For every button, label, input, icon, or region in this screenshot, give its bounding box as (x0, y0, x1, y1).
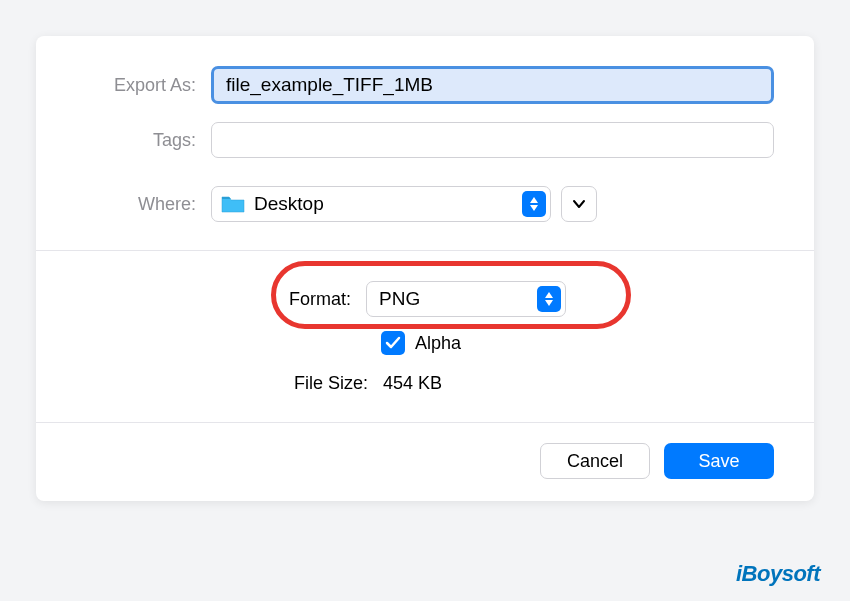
filesize-label: File Size: (76, 373, 383, 394)
export-as-input[interactable] (211, 66, 774, 104)
filesize-row: File Size: 454 KB (76, 373, 774, 394)
alpha-checkbox[interactable] (381, 331, 405, 355)
watermark-logo: iBoysoft (736, 561, 820, 587)
tags-label: Tags: (76, 130, 211, 151)
tags-input[interactable] (211, 122, 774, 158)
format-section: Format: PNG Alpha File Size (36, 251, 814, 422)
expand-button[interactable] (561, 186, 597, 222)
format-dropdown[interactable]: PNG (366, 281, 566, 317)
alpha-label: Alpha (415, 333, 461, 354)
alpha-row: Alpha (381, 331, 774, 355)
where-dropdown[interactable]: Desktop (211, 186, 551, 222)
format-row: Format: PNG (76, 281, 774, 317)
filesize-value: 454 KB (383, 373, 442, 394)
export-as-row: Export As: (76, 66, 774, 104)
where-row: Where: Desktop (76, 186, 774, 222)
where-label: Where: (76, 194, 211, 215)
button-section: Cancel Save (36, 423, 814, 501)
format-value: PNG (379, 288, 537, 310)
format-label: Format: (76, 289, 366, 310)
tags-row: Tags: (76, 122, 774, 158)
save-button[interactable]: Save (664, 443, 774, 479)
folder-icon (220, 194, 246, 214)
checkmark-icon (385, 336, 401, 350)
export-dialog: Export As: Tags: Where: (36, 36, 814, 501)
dropdown-arrow-icon (522, 191, 546, 217)
form-section: Export As: Tags: Where: (36, 36, 814, 250)
export-as-label: Export As: (76, 75, 211, 96)
dropdown-arrow-icon (537, 286, 561, 312)
cancel-button[interactable]: Cancel (540, 443, 650, 479)
chevron-down-icon (572, 199, 586, 209)
where-value: Desktop (254, 193, 522, 215)
